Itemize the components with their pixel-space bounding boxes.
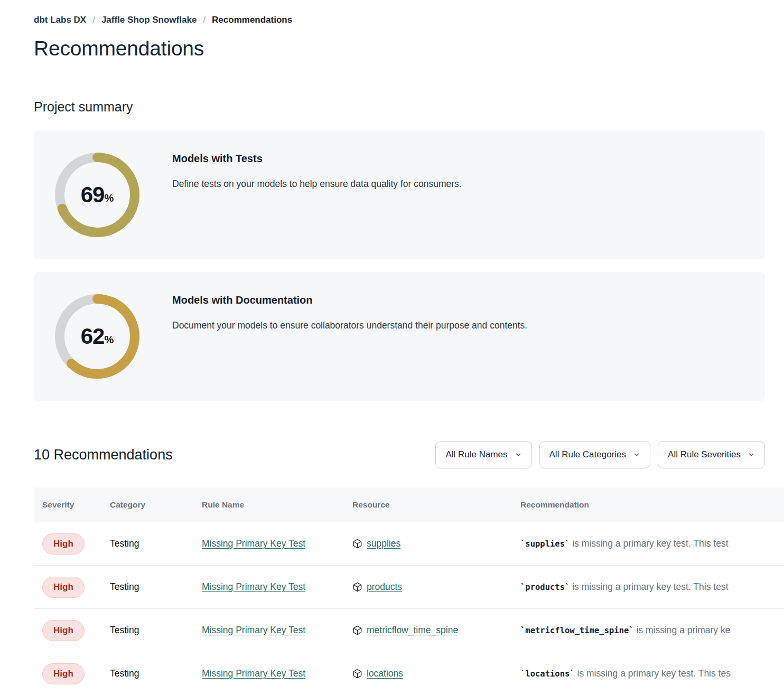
chevron-down-icon [633, 451, 640, 458]
rule-name-link[interactable]: Missing Primary Key Test [202, 625, 305, 635]
rec-text: is missing a primary key test. This test [570, 538, 728, 549]
severity-badge: High [42, 663, 85, 684]
model-cube-icon [352, 625, 362, 635]
donut-percent-unit: % [104, 192, 114, 204]
filters: All Rule Names All Rule Categories All R… [435, 441, 765, 468]
filter-rule-names-dropdown[interactable]: All Rule Names [435, 441, 531, 468]
donut-percent-value: 69 [81, 182, 105, 208]
recommendations-table: Severity Category Rule Name Resource Rec… [34, 487, 784, 695]
card-title: Models with Documentation [172, 294, 527, 306]
column-header-recommendation: Recommendation [512, 500, 784, 510]
rec-text: is missing a primary key test. This test [570, 581, 728, 592]
filter-rule-severities-dropdown[interactable]: All Rule Severities [658, 441, 765, 468]
category-cell: Testing [101, 625, 193, 636]
category-cell: Testing [101, 581, 193, 593]
model-cube-icon [352, 582, 362, 592]
recommendations-header: 10 Recommendations All Rule Names All Ru… [34, 441, 784, 468]
model-cube-icon [352, 539, 362, 549]
table-row: High Testing Missing Primary Key Test su… [34, 522, 784, 566]
rec-code: `locations` [520, 669, 575, 679]
filter-rule-categories-dropdown[interactable]: All Rule Categories [539, 441, 651, 468]
rec-code: `products` [520, 583, 570, 592]
breadcrumb: dbt Labs DX / Jaffle Shop Snowflake / Re… [34, 15, 784, 25]
chevron-down-icon [515, 451, 522, 458]
card-text-block: Models with Documentation Document your … [172, 272, 527, 401]
rec-code: `metricflow_time_spine` [520, 626, 634, 635]
recommendations-count-heading: 10 Recommendations [34, 447, 173, 463]
breadcrumb-separator: / [203, 15, 206, 25]
card-title: Models with Tests [172, 153, 462, 165]
donut-percent-unit: % [104, 334, 114, 346]
filter-label: All Rule Categories [549, 449, 627, 460]
severity-badge: High [42, 533, 85, 555]
column-header-resource: Resource [344, 500, 512, 510]
table-header-row: Severity Category Rule Name Resource Rec… [34, 487, 784, 522]
resource-link[interactable]: supplies [367, 538, 400, 549]
severity-badge: High [42, 620, 85, 641]
tests-donut-chart: 69% [55, 153, 139, 237]
summary-card-models-with-documentation: 62% Models with Documentation Document y… [34, 272, 765, 401]
column-header-category: Category [101, 500, 193, 510]
category-cell: Testing [101, 668, 193, 679]
breadcrumb-item-project[interactable]: Jaffle Shop Snowflake [101, 15, 197, 25]
column-header-severity: Severity [34, 500, 101, 510]
breadcrumb-separator: / [92, 15, 95, 25]
summary-card-models-with-tests: 69% Models with Tests Define tests on yo… [34, 130, 765, 259]
donut-center-label: 62% [55, 294, 139, 379]
chevron-down-icon [748, 451, 755, 458]
card-description: Document your models to ensure collabora… [172, 320, 527, 331]
rule-name-link[interactable]: Missing Primary Key Test [202, 538, 305, 549]
table-row: High Testing Missing Primary Key Test pr… [34, 566, 784, 609]
project-summary-heading: Project summary [34, 99, 784, 115]
rec-text: is missing a primary key test. This tes [575, 668, 731, 679]
rec-code: `supplies` [520, 539, 570, 549]
filter-label: All Rule Names [445, 449, 507, 460]
filter-label: All Rule Severities [668, 449, 741, 460]
recommendation-cell: `products` is missing a primary key test… [512, 581, 784, 593]
resource-link[interactable]: locations [367, 668, 403, 679]
page: dbt Labs DX / Jaffle Shop Snowflake / Re… [0, 15, 784, 695]
card-text-block: Models with Tests Define tests on your m… [172, 130, 462, 259]
breadcrumb-item-current: Recommendations [212, 15, 292, 25]
column-header-rule-name: Rule Name [193, 500, 344, 510]
table-row: High Testing Missing Primary Key Test lo… [34, 652, 784, 695]
resource-link[interactable]: products [367, 581, 402, 593]
recommendation-cell: `metricflow_time_spine` is missing a pri… [512, 625, 784, 636]
page-title: Recommendations [34, 37, 784, 60]
resource-link[interactable]: metricflow_time_spine [367, 625, 458, 636]
donut-percent-value: 62 [81, 324, 105, 349]
table-row: High Testing Missing Primary Key Test me… [34, 609, 784, 652]
model-cube-icon [352, 669, 362, 679]
table-body: High Testing Missing Primary Key Test su… [34, 522, 784, 695]
recommendation-cell: `supplies` is missing a primary key test… [512, 538, 784, 549]
documentation-donut-chart: 62% [55, 294, 139, 379]
category-cell: Testing [101, 538, 193, 549]
breadcrumb-item-account[interactable]: dbt Labs DX [34, 15, 86, 25]
rule-name-link[interactable]: Missing Primary Key Test [202, 581, 305, 592]
donut-center-label: 69% [55, 153, 139, 237]
rule-name-link[interactable]: Missing Primary Key Test [202, 668, 305, 679]
card-description: Define tests on your models to help ensu… [172, 179, 462, 190]
severity-badge: High [42, 577, 85, 598]
recommendation-cell: `locations` is missing a primary key tes… [512, 668, 784, 679]
rec-text: is missing a primary ke [634, 625, 731, 635]
